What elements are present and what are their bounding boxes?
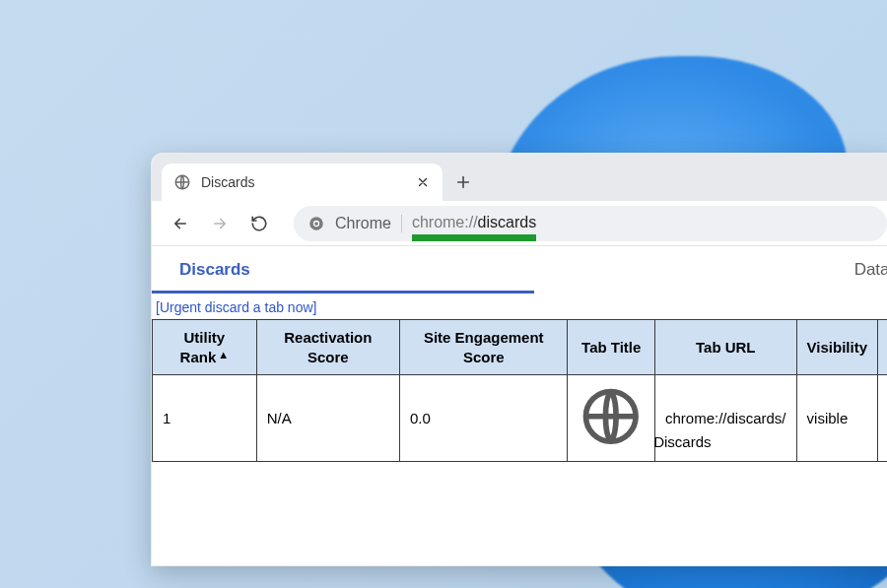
sort-asc-icon: ▲ xyxy=(218,349,229,360)
cell-site-engagement-score: 0.0 xyxy=(400,375,568,462)
col-tab-title[interactable]: Tab Title xyxy=(568,320,655,375)
urgent-discard-link[interactable]: [Urgent discard a tab now] xyxy=(156,299,316,315)
page-content: Discards Datab [Urgent discard a tab now… xyxy=(152,246,887,462)
address-origin-label: Chrome xyxy=(335,215,402,232)
tab-strip: Discards xyxy=(152,154,887,201)
globe-icon xyxy=(578,436,648,453)
forward-button[interactable] xyxy=(203,207,237,240)
tab-title: Discards xyxy=(201,174,405,190)
address-bar[interactable]: Chrome chrome://discards xyxy=(294,206,887,241)
col-utility-rank[interactable]: Utility Rank▲ xyxy=(153,320,257,375)
col-reactivation-score[interactable]: Reactivation Score xyxy=(256,320,399,375)
page-tab-database[interactable]: Datab xyxy=(827,246,887,294)
browser-toolbar: Chrome chrome://discards xyxy=(152,201,887,246)
reload-button[interactable] xyxy=(242,207,276,240)
col-tab-url[interactable]: Tab URL xyxy=(655,320,797,375)
cell-utility-rank: 1 xyxy=(153,375,257,462)
page-tab-discards[interactable]: Discards xyxy=(152,246,278,294)
page-tab-strip: Discards Datab xyxy=(152,246,887,294)
globe-icon xyxy=(173,173,191,191)
close-tab-button[interactable] xyxy=(415,174,431,190)
url-path: discards xyxy=(478,214,537,230)
col-site-engagement-score[interactable]: Site Engagement Score xyxy=(400,320,568,375)
table-row: 1 N/A 0.0 Discards chrome://discards/ vi… xyxy=(153,375,888,462)
cell-visibility: visible xyxy=(796,375,877,462)
back-button[interactable] xyxy=(164,207,197,240)
browser-window: Discards Ch xyxy=(151,153,887,566)
svg-point-3 xyxy=(314,222,318,226)
new-tab-button[interactable] xyxy=(446,165,480,199)
chrome-icon xyxy=(307,215,325,232)
discards-table: Utility Rank▲ Reactivation Score Site En… xyxy=(152,319,887,462)
col-visibility[interactable]: Visibility xyxy=(796,320,877,375)
address-url: chrome://discards xyxy=(412,214,536,233)
col-extra[interactable] xyxy=(878,320,888,375)
table-header-row: Utility Rank▲ Reactivation Score Site En… xyxy=(153,320,888,375)
cell-tab-title: Discards xyxy=(568,375,655,462)
highlight-underline xyxy=(412,234,536,241)
cell-reactivation-score: N/A xyxy=(256,375,399,462)
cell-extra xyxy=(878,375,888,462)
browser-tab[interactable]: Discards xyxy=(162,163,443,201)
url-scheme: chrome:// xyxy=(412,214,478,230)
cell-tab-title-text: Discards xyxy=(653,433,711,450)
